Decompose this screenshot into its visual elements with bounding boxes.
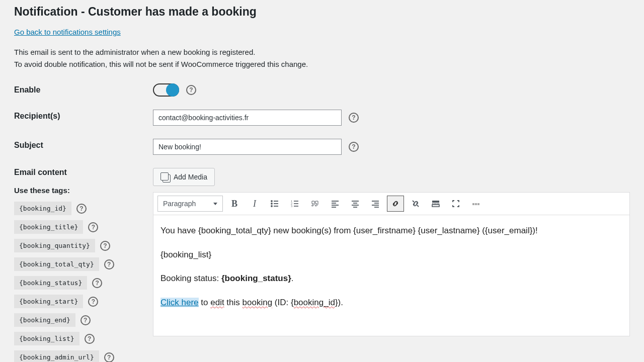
align-right-button[interactable] bbox=[367, 196, 384, 212]
svg-rect-29 bbox=[472, 201, 474, 203]
tag-booking-list[interactable]: {booking_list} bbox=[14, 332, 79, 345]
svg-point-1 bbox=[271, 203, 272, 204]
enable-toggle[interactable] bbox=[153, 83, 179, 97]
editor-toolbar: Paragraph B I 123 bbox=[153, 193, 629, 215]
blockquote-button[interactable] bbox=[306, 196, 324, 212]
link-button[interactable] bbox=[387, 196, 404, 212]
tag-booking-quantity[interactable]: {booking_quantity} bbox=[14, 239, 95, 252]
help-icon[interactable]: ? bbox=[349, 142, 359, 152]
italic-button[interactable]: I bbox=[246, 196, 263, 212]
help-icon[interactable]: ? bbox=[76, 204, 87, 214]
click-here-link[interactable]: Click here bbox=[160, 298, 199, 307]
unlink-button[interactable] bbox=[407, 196, 424, 212]
help-icon[interactable]: ? bbox=[186, 85, 196, 95]
help-icon[interactable]: ? bbox=[88, 222, 98, 232]
media-icon bbox=[160, 172, 170, 182]
back-link[interactable]: Go back to notifications settings bbox=[14, 28, 121, 36]
svg-rect-33 bbox=[475, 203, 477, 205]
bullet-list-button[interactable] bbox=[266, 196, 283, 212]
help-icon[interactable]: ? bbox=[88, 297, 98, 307]
help-icon[interactable]: ? bbox=[92, 278, 102, 288]
help-icon[interactable]: ? bbox=[104, 259, 114, 269]
tag-booking-status[interactable]: {booking_status} bbox=[14, 276, 87, 290]
numbered-list-button[interactable]: 123 bbox=[286, 196, 303, 212]
svg-point-0 bbox=[271, 201, 272, 202]
svg-point-2 bbox=[271, 206, 272, 207]
body-line-3: Booking status: {booking_status}. bbox=[160, 272, 622, 285]
svg-rect-31 bbox=[477, 201, 479, 203]
svg-rect-32 bbox=[472, 203, 474, 205]
help-icon[interactable]: ? bbox=[100, 241, 110, 251]
tag-booking-end[interactable]: {booking_end} bbox=[14, 313, 75, 327]
description: This email is sent to the administrator … bbox=[14, 46, 630, 70]
tag-booking-admin-url[interactable]: {booking_admin_url} bbox=[14, 350, 99, 362]
help-icon[interactable]: ? bbox=[85, 334, 95, 344]
body-line-4: Click here to edit this booking (ID: {bo… bbox=[160, 296, 622, 309]
format-select[interactable]: Paragraph bbox=[157, 196, 223, 212]
help-icon[interactable]: ? bbox=[349, 113, 359, 123]
help-icon[interactable]: ? bbox=[104, 352, 114, 363]
subject-label: Subject bbox=[14, 139, 153, 150]
subject-input[interactable] bbox=[153, 139, 342, 155]
body-line-1: You have {booking_total_qty} new booking… bbox=[160, 224, 622, 237]
svg-line-24 bbox=[413, 201, 414, 202]
recipients-input[interactable] bbox=[153, 110, 342, 126]
svg-line-25 bbox=[417, 205, 419, 207]
tag-row: {booking_id} ? bbox=[14, 202, 153, 215]
tag-booking-title[interactable]: {booking_title} bbox=[14, 220, 83, 234]
wysiwyg-editor: Paragraph B I 123 bbox=[153, 192, 630, 336]
chevron-down-icon bbox=[213, 203, 217, 205]
svg-rect-28 bbox=[432, 205, 439, 207]
align-center-button[interactable] bbox=[347, 196, 364, 212]
svg-text:3: 3 bbox=[291, 205, 292, 208]
svg-rect-30 bbox=[475, 201, 477, 203]
page-title: Notification - Customer has made a booki… bbox=[14, 5, 630, 19]
svg-rect-26 bbox=[432, 201, 439, 203]
add-media-button[interactable]: Add Media bbox=[153, 168, 215, 186]
fullscreen-button[interactable] bbox=[447, 196, 464, 212]
email-content-label: Email content bbox=[14, 168, 153, 177]
insert-more-button[interactable] bbox=[427, 196, 444, 212]
use-tags-label: Use these tags: bbox=[14, 186, 153, 195]
editor-body[interactable]: You have {booking_total_qty} new booking… bbox=[153, 215, 629, 336]
svg-rect-34 bbox=[477, 203, 479, 205]
tag-booking-id[interactable]: {booking_id} bbox=[14, 202, 71, 215]
tag-booking-start[interactable]: {booking_start} bbox=[14, 295, 83, 308]
enable-label: Enable bbox=[14, 83, 153, 95]
align-left-button[interactable] bbox=[327, 196, 344, 212]
bold-button[interactable]: B bbox=[226, 196, 243, 212]
toolbar-toggle-button[interactable] bbox=[467, 196, 485, 212]
tag-booking-total-qty[interactable]: {booking_total_qty} bbox=[14, 257, 99, 271]
help-icon[interactable]: ? bbox=[80, 315, 91, 325]
recipients-label: Recipient(s) bbox=[14, 110, 153, 121]
body-line-2: {booking_list} bbox=[160, 248, 622, 261]
